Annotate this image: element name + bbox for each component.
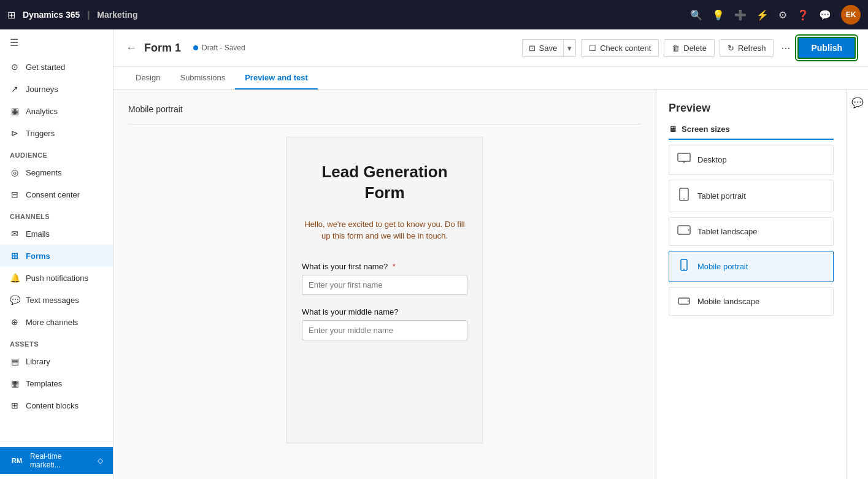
sidebar-item-journeys[interactable]: ↗ Journeys	[0, 78, 113, 100]
mobile-portrait-label: Mobile portrait	[697, 262, 748, 271]
topbar: ⊞ Dynamics 365 | Marketing 🔍 💡 ➕ ⚡ ⚙ ❓ 💬…	[0, 0, 868, 29]
sidebar-item-forms[interactable]: ⊞ Forms	[0, 245, 113, 267]
audience-section-label: Audience	[0, 144, 113, 161]
screen-size-mobile-portrait[interactable]: Mobile portrait	[669, 251, 834, 282]
check-content-label: Check content	[600, 44, 651, 53]
save-button-group: ⊡ Save ▾	[522, 39, 577, 57]
sidebar-item-segments[interactable]: ◎ Segments	[0, 161, 113, 183]
grid-icon[interactable]: ⊞	[7, 9, 15, 21]
screen-sizes-label: 🖥 Screen sizes	[669, 125, 834, 140]
templates-icon: ▦	[10, 378, 20, 388]
more-actions-button[interactable]: ···	[778, 39, 793, 57]
sidebar-label-get-started: Get started	[26, 63, 65, 72]
sidebar-item-library[interactable]: ▤ Library	[0, 350, 113, 372]
chat-icon[interactable]: 💬	[819, 9, 831, 21]
form-title: Form 1	[144, 42, 181, 55]
sidebar-item-analytics[interactable]: ▦ Analytics	[0, 100, 113, 122]
sidebar-item-triggers[interactable]: ⊳ Triggers	[0, 122, 113, 144]
delete-button[interactable]: 🗑 Delete	[664, 39, 715, 57]
topbar-module: Marketing	[97, 10, 137, 20]
tab-preview-and-test[interactable]: Preview and test	[235, 67, 318, 90]
field-label-middle-name: What is your middle name?	[302, 307, 467, 316]
tab-design[interactable]: Design	[126, 67, 170, 90]
sidebar-item-emails[interactable]: ✉ Emails	[0, 223, 113, 245]
desktop-icon	[677, 153, 691, 167]
sidebar-bottom: RM Real-time marketi... ◇	[0, 442, 113, 479]
sidebar-bottom-chevron: ◇	[98, 456, 103, 465]
field-label-first-name: What is your first name? *	[302, 262, 467, 271]
help-icon[interactable]: ❓	[797, 9, 809, 21]
screen-size-tablet-portrait[interactable]: Tablet portrait	[669, 180, 834, 212]
segments-icon: ◎	[10, 167, 20, 177]
screen-size-tablet-landscape[interactable]: Tablet landscape	[669, 217, 834, 246]
save-button[interactable]: ⊡ Save	[522, 39, 564, 57]
header-actions: ⊡ Save ▾ ☐ Check content 🗑 Delete ↻ Refr…	[522, 37, 856, 59]
avatar[interactable]: EK	[841, 5, 861, 25]
sidebar-item-more-channels[interactable]: ⊕ More channels	[0, 311, 113, 333]
brand-name: Dynamics 365	[23, 10, 80, 20]
check-content-button[interactable]: ☐ Check content	[581, 39, 659, 57]
back-button[interactable]: ←	[126, 42, 137, 55]
channels-section-label: Channels	[0, 205, 113, 223]
first-name-input[interactable]	[302, 275, 467, 295]
svg-point-10	[688, 301, 689, 302]
add-icon[interactable]: ➕	[734, 9, 747, 21]
sidebar-item-push-notifications[interactable]: 🔔 Push notifications	[0, 267, 113, 289]
tablet-portrait-label: Tablet portrait	[697, 191, 746, 201]
screen-size-mobile-landscape[interactable]: Mobile landscape	[669, 287, 834, 316]
monitor-icon: 🖥	[669, 125, 677, 134]
tab-submissions[interactable]: Submissions	[170, 67, 235, 90]
forms-icon: ⊞	[10, 251, 20, 261]
analytics-icon: ▦	[10, 106, 20, 116]
sidebar-item-consent-center[interactable]: ⊟ Consent center	[0, 183, 113, 205]
topbar-right: 🔍 💡 ➕ ⚡ ⚙ ❓ 💬 EK	[690, 5, 861, 25]
sidebar: ☰ ⊙ Get started ↗ Journeys ▦ Analytics ⊳…	[0, 29, 113, 479]
desktop-label: Desktop	[697, 155, 727, 164]
form-header: ← Form 1 Draft - Saved ⊡ Save ▾ ☐ Check …	[113, 29, 868, 67]
refresh-button[interactable]: ↻ Refresh	[720, 39, 774, 57]
delete-label: Delete	[683, 44, 707, 53]
refresh-icon: ↻	[728, 44, 734, 53]
lightbulb-icon[interactable]: 💡	[712, 9, 724, 21]
sidebar-label-templates: Templates	[26, 379, 62, 388]
middle-name-input[interactable]	[302, 320, 467, 340]
sidebar-label-forms: Forms	[26, 251, 50, 261]
settings-icon[interactable]: ⚙	[778, 9, 787, 21]
sidebar-label-emails: Emails	[26, 229, 50, 239]
sidebar-item-content-blocks[interactable]: ⊞ Content blocks	[0, 394, 113, 416]
push-notifications-icon: 🔔	[10, 273, 20, 283]
emails-icon: ✉	[10, 229, 20, 239]
publish-button[interactable]: Publish	[797, 37, 856, 59]
sidebar-item-text-messages[interactable]: 💬 Text messages	[0, 289, 113, 311]
svg-point-6	[688, 229, 689, 231]
sidebar-label-text-messages: Text messages	[26, 296, 79, 305]
comment-icon[interactable]: 💬	[851, 97, 864, 109]
sidebar-label-segments: Segments	[26, 168, 62, 177]
form-subtitle: Hello, we're excited to get to know you.…	[302, 218, 467, 242]
filter-icon[interactable]: ⚡	[756, 9, 769, 21]
sidebar-item-get-started[interactable]: ⊙ Get started	[0, 56, 113, 78]
svg-point-4	[683, 199, 685, 200]
sidebar-bottom-label: Real-time marketi...	[30, 452, 91, 469]
sidebar-label-journeys: Journeys	[26, 85, 58, 94]
sidebar-item-templates[interactable]: ▦ Templates	[0, 372, 113, 394]
sidebar-label-triggers: Triggers	[26, 129, 55, 138]
right-edge: 💬	[846, 90, 868, 479]
tabs-bar: Design Submissions Preview and test	[113, 67, 868, 90]
app-body: ☰ ⊙ Get started ↗ Journeys ▦ Analytics ⊳…	[0, 29, 868, 479]
sidebar-label-push-notifications: Push notifications	[26, 274, 88, 283]
draft-dot	[193, 45, 198, 50]
screen-size-desktop[interactable]: Desktop	[669, 145, 834, 175]
mobile-landscape-icon	[677, 295, 691, 308]
preview-area: Mobile portrait Lead Generation Form Hel…	[113, 90, 656, 479]
sidebar-label-content-blocks: Content blocks	[26, 401, 79, 410]
assets-section-label: Assets	[0, 333, 113, 350]
save-chevron-button[interactable]: ▾	[563, 39, 576, 57]
more-channels-icon: ⊕	[10, 317, 20, 327]
svg-point-8	[683, 269, 685, 270]
sidebar-bottom-item[interactable]: RM Real-time marketi... ◇	[0, 447, 113, 474]
search-icon[interactable]: 🔍	[690, 9, 702, 21]
sidebar-hamburger[interactable]: ☰	[0, 29, 113, 56]
consent-icon: ⊟	[10, 190, 20, 199]
sidebar-label-more-channels: More channels	[26, 318, 78, 327]
